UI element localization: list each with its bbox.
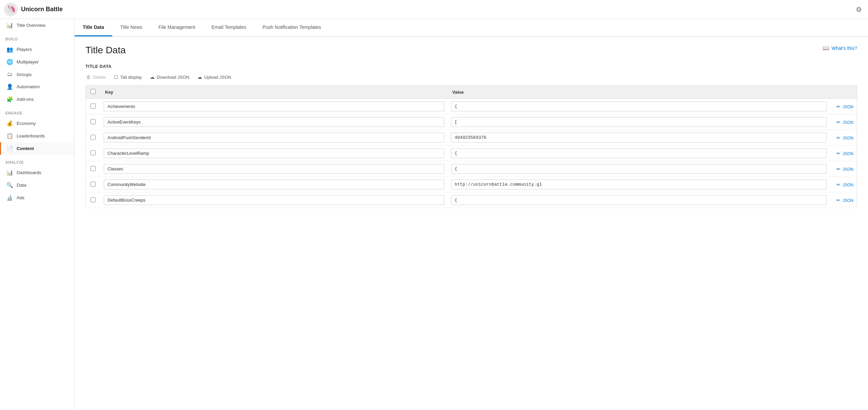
sidebar-item-economy[interactable]: 💰 Economy (0, 117, 74, 130)
multiplayer-icon: 🌐 (6, 59, 13, 65)
edit-icon[interactable]: ✏ (836, 104, 841, 109)
value-input[interactable] (451, 101, 827, 111)
tab-title-news[interactable]: Title News (112, 19, 151, 36)
row-checkbox[interactable] (91, 104, 96, 109)
value-input[interactable] (451, 195, 827, 205)
value-column-header: Value (448, 86, 830, 99)
json-button[interactable]: JSON (843, 198, 853, 203)
tab-email-templates[interactable]: Email Templates (203, 19, 254, 36)
value-input[interactable] (451, 133, 827, 143)
dashboards-icon: 📊 (6, 169, 13, 176)
json-button[interactable]: JSON (843, 167, 853, 172)
data-table: Key Value ✏JSON (85, 85, 857, 208)
value-cell (448, 192, 830, 208)
leaderboards-icon: 📋 (6, 133, 13, 139)
sidebar-item-automation[interactable]: 👤 Automation (0, 80, 74, 93)
sidebar-item-dashboards[interactable]: 📊 Dashboards (0, 166, 74, 179)
json-button[interactable]: JSON (843, 105, 853, 109)
sidebar-item-data[interactable]: 🔍 Data (0, 179, 74, 191)
edit-icon[interactable]: ✏ (836, 135, 841, 141)
value-cell (448, 99, 830, 114)
tab-title-data[interactable]: Title Data (75, 19, 112, 36)
key-input[interactable] (104, 101, 444, 111)
table-row: ✏JSON (86, 177, 857, 192)
key-cell (100, 99, 448, 114)
edit-icon[interactable]: ✏ (836, 119, 841, 125)
tab-push-notification-templates[interactable]: Push Notification Templates (254, 19, 329, 36)
edit-icon[interactable]: ✏ (836, 182, 841, 187)
economy-icon: 💰 (6, 120, 13, 127)
value-input[interactable] (451, 117, 827, 127)
key-input[interactable] (104, 164, 444, 174)
json-button[interactable]: JSON (843, 136, 853, 141)
actions-cell: ✏JSON (830, 192, 857, 208)
sidebar-item-ads[interactable]: 🔬 Ads (0, 191, 74, 204)
key-input[interactable] (104, 133, 444, 143)
sidebar-ads-label: Ads (17, 195, 24, 200)
players-icon: 👥 (6, 46, 13, 53)
sidebar-section-analyze: ANALYZE (0, 155, 74, 166)
sidebar-item-leaderboards[interactable]: 📋 Leaderboards (0, 130, 74, 142)
sidebar-item-addons[interactable]: 🧩 Add-ons (0, 93, 74, 106)
json-button[interactable]: JSON (843, 183, 853, 187)
tall-display-icon: ☐ (114, 74, 118, 80)
row-checkbox[interactable] (91, 150, 96, 155)
actions-cell: ✏JSON (830, 161, 857, 177)
sidebar-item-content[interactable]: 📄 Content (0, 142, 74, 155)
download-json-button[interactable]: ☁ Download JSON (149, 73, 190, 81)
key-input[interactable] (104, 148, 444, 158)
sidebar-item-multiplayer[interactable]: 🌐 Multiplayer (0, 56, 74, 68)
key-column-header: Key (100, 86, 448, 99)
row-checkbox[interactable] (91, 166, 96, 171)
row-checkbox[interactable] (91, 119, 96, 124)
actions-column-header (830, 86, 857, 99)
key-cell (100, 114, 448, 130)
settings-icon[interactable]: ⚙ (854, 3, 864, 16)
row-checkbox[interactable] (91, 182, 96, 187)
tall-display-button[interactable]: ☐ Tall display (113, 73, 143, 81)
value-input[interactable] (451, 148, 827, 158)
sidebar-item-players[interactable]: 👥 Players (0, 43, 74, 56)
key-input[interactable] (104, 117, 444, 127)
edit-icon[interactable]: ✏ (836, 198, 841, 203)
automation-icon: 👤 (6, 83, 13, 90)
row-checkbox-cell (86, 192, 101, 208)
key-input[interactable] (104, 180, 444, 189)
table-row: ✏JSON (86, 146, 857, 161)
json-button[interactable]: JSON (843, 151, 853, 156)
edit-icon[interactable]: ✏ (836, 166, 841, 172)
ads-icon: 🔬 (6, 194, 13, 201)
toolbar: 🗑 Delete ☐ Tall display ☁ Download JSON … (85, 73, 857, 81)
tab-file-management[interactable]: File Management (151, 19, 203, 36)
sidebar-section-build: BUILD (0, 32, 74, 43)
row-checkbox[interactable] (91, 135, 96, 140)
value-cell (448, 130, 830, 146)
sidebar-item-groups[interactable]: 🗂 Groups (0, 68, 74, 80)
upload-icon: ☁ (197, 74, 202, 80)
upload-json-button[interactable]: ☁ Upload JSON (197, 73, 232, 81)
key-input[interactable] (104, 195, 444, 205)
whats-this-link[interactable]: 📖 What's this? (823, 45, 857, 51)
key-cell (100, 192, 448, 208)
edit-icon[interactable]: ✏ (836, 151, 841, 156)
actions-cell: ✏JSON (830, 130, 857, 146)
data-icon: 🔍 (6, 182, 13, 188)
sidebar-addons-label: Add-ons (17, 97, 34, 102)
value-input[interactable] (451, 164, 827, 174)
delete-button[interactable]: 🗑 Delete (85, 73, 106, 81)
sidebar-economy-label: Economy (17, 121, 36, 126)
key-cell (100, 130, 448, 146)
actions-cell: ✏JSON (830, 99, 857, 114)
sidebar-multiplayer-label: Multiplayer (17, 59, 39, 64)
sidebar-item-title-overview[interactable]: 📊 Title Overview (0, 19, 74, 32)
select-all-header (86, 86, 101, 99)
content-area: Title Data Title News File Management Em… (75, 19, 868, 410)
json-button[interactable]: JSON (843, 120, 853, 125)
value-input[interactable] (451, 180, 827, 189)
row-checkbox[interactable] (91, 197, 96, 202)
row-checkbox-cell (86, 161, 101, 177)
select-all-checkbox[interactable] (91, 89, 96, 94)
upload-json-label: Upload JSON (204, 75, 231, 80)
sidebar-leaderboards-label: Leaderboards (17, 133, 45, 138)
app-title: Unicorn Battle (21, 6, 63, 13)
